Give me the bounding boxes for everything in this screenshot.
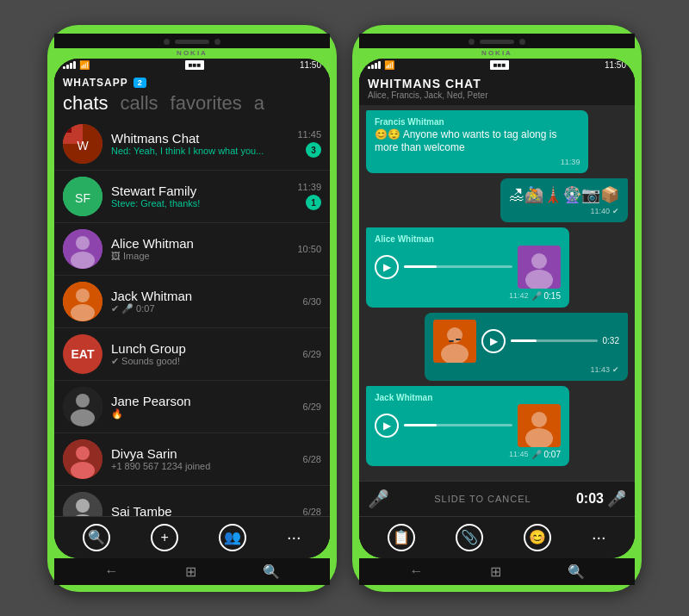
message-check: ✔ xyxy=(612,365,619,374)
chat-time: 6/30 xyxy=(303,296,321,307)
microphone-icon[interactable]: 🎤 xyxy=(368,488,389,509)
svg-point-13 xyxy=(76,394,90,408)
chat-meta: 6/29 xyxy=(303,401,321,412)
clipboard-button[interactable]: 📋 xyxy=(388,524,415,551)
unread-badge: 3 xyxy=(306,142,321,158)
back-icon[interactable]: ← xyxy=(105,563,119,579)
message-sender: Francis Whitman xyxy=(375,117,580,127)
list-item[interactable]: SF Stewart Family Steve: Great, thanks! … xyxy=(54,171,330,223)
list-item[interactable]: Jack Whitman ✔ 🎤 0:07 6/30 xyxy=(54,276,330,328)
play-button[interactable]: ▶ xyxy=(375,414,399,438)
svg-point-7 xyxy=(76,236,90,250)
chat-name: Divya Sarin xyxy=(111,446,295,461)
signal-icon xyxy=(368,61,381,69)
chat-preview: 🖼 Image xyxy=(111,251,289,261)
left-phone: NOKIA 📶 ■■■ 11:50 WHATSAPP 2 xyxy=(47,25,337,592)
wifi-icon: 📶 xyxy=(79,60,90,70)
status-time: 11:50 xyxy=(605,60,626,70)
chat-preview: Ned: Yeah, I think I know what you... xyxy=(111,146,289,156)
mic-icon: 🎤 xyxy=(531,291,542,301)
audio-player: ▶ 0:32 xyxy=(481,329,619,353)
search-button[interactable]: 🔍 xyxy=(83,524,110,551)
avatar xyxy=(63,492,102,516)
chat-name: Jane Pearson xyxy=(111,394,295,408)
record-bar: 🎤 SLIDE TO CANCEL 0:03 🎤 xyxy=(359,481,635,516)
more-button[interactable]: ··· xyxy=(592,527,606,547)
chat-list: W Whitmans Chat Ned: Yeah, I think I kno… xyxy=(54,118,330,516)
tab-favorites[interactable]: favorites xyxy=(171,92,242,115)
chat-preview: ✔ Sounds good! xyxy=(111,356,295,367)
list-item[interactable]: Alice Whitman 🖼 Image 10:50 xyxy=(54,223,330,276)
audio-player: ▶ xyxy=(375,255,512,279)
unread-badge: 1 xyxy=(306,195,321,210)
list-item[interactable]: EAT Lunch Group ✔ Sounds good! 6/29 xyxy=(54,328,330,381)
status-bar: 📶 ■■■ 11:50 xyxy=(359,59,635,72)
svg-point-11 xyxy=(71,304,95,321)
audio-message: ▶ xyxy=(375,404,561,447)
chat-title: WHITMANS CHAT xyxy=(368,77,626,90)
chat-name: Alice Whitman xyxy=(111,236,289,251)
search-nav-icon[interactable]: 🔍 xyxy=(263,563,280,580)
list-item[interactable]: Divya Sarin +1 890 567 1234 joined 6/28 xyxy=(54,433,330,486)
message-text: 🏖🚵🗼🎡📷📦 xyxy=(509,185,619,204)
more-button[interactable]: ··· xyxy=(287,527,301,547)
speaker xyxy=(175,40,209,44)
message-text: 😊😌 Anyone who wants to tag along is more… xyxy=(375,128,580,155)
tab-chats[interactable]: chats xyxy=(63,92,109,115)
message-time: 11:42 xyxy=(509,291,529,300)
play-button[interactable]: ▶ xyxy=(375,255,399,279)
search-nav-icon[interactable]: 🔍 xyxy=(568,563,585,580)
home-icon[interactable]: ⊞ xyxy=(185,563,196,580)
tab-calls[interactable]: calls xyxy=(121,92,158,115)
status-time: 11:50 xyxy=(300,60,321,70)
audio-waveform xyxy=(404,424,512,426)
home-icon[interactable]: ⊞ xyxy=(490,563,501,580)
avatar xyxy=(63,439,102,479)
tab-more[interactable]: a xyxy=(254,92,264,115)
avatar xyxy=(63,387,102,426)
message-time: 11:39 xyxy=(561,158,580,166)
notification-badge: 2 xyxy=(133,78,146,88)
avatar xyxy=(63,229,102,269)
contacts-button[interactable]: 👥 xyxy=(219,524,246,551)
chat-time: 6/28 xyxy=(303,454,321,464)
battery-indicator: ■■■ xyxy=(490,60,510,70)
chat-meta: 6/28 xyxy=(303,454,321,464)
message-sender: Jack Whitman xyxy=(375,393,561,402)
play-button[interactable]: ▶ xyxy=(481,329,506,353)
list-item[interactable]: W Whitmans Chat Ned: Yeah, I think I kno… xyxy=(54,118,330,171)
svg-rect-2 xyxy=(65,126,71,133)
avatar: W xyxy=(63,124,102,164)
nav-tabs: chats calls favorites a xyxy=(63,89,321,116)
list-item[interactable]: Jane Pearson 🔥 6/29 xyxy=(54,381,330,433)
chat-info: Jane Pearson 🔥 xyxy=(111,394,295,420)
svg-point-10 xyxy=(76,289,90,302)
chat-time: 11:45 xyxy=(297,129,321,140)
avatar: EAT xyxy=(63,334,102,374)
svg-point-30 xyxy=(531,412,547,427)
list-item[interactable]: Sai Tambe 6/28 xyxy=(54,486,330,516)
svg-rect-27 xyxy=(449,340,454,342)
chat-meta: 6/29 xyxy=(303,349,321,359)
speaker xyxy=(480,40,514,44)
sensor xyxy=(519,39,525,45)
chat-members: Alice, Francis, Jack, Ned, Peter xyxy=(368,90,626,100)
audio-player: ▶ xyxy=(375,414,512,438)
attach-button[interactable]: 📎 xyxy=(456,524,483,551)
avatar: SF xyxy=(63,177,102,216)
chat-info: Sai Tambe xyxy=(111,504,295,516)
phone-nav-bar: ← ⊞ 🔍 xyxy=(359,558,635,585)
mic-icon: 🎤 xyxy=(531,450,542,459)
svg-point-22 xyxy=(531,253,547,269)
svg-rect-28 xyxy=(456,339,461,340)
message-time: 11:43 xyxy=(590,365,610,374)
emoji-button[interactable]: 😊 xyxy=(524,524,551,551)
back-icon[interactable]: ← xyxy=(410,563,424,579)
chat-preview: ✔ 🎤 0:07 xyxy=(111,303,295,314)
message-bubble: ▶ 0:32 11:43 ✔ xyxy=(425,313,628,381)
chat-time: 10:50 xyxy=(297,244,321,254)
chat-name: Lunch Group xyxy=(111,341,295,356)
new-chat-button[interactable]: + xyxy=(151,524,178,551)
message-sender: Alice Whitman xyxy=(375,234,561,244)
slide-to-cancel-label: SLIDE TO CANCEL xyxy=(396,494,569,504)
